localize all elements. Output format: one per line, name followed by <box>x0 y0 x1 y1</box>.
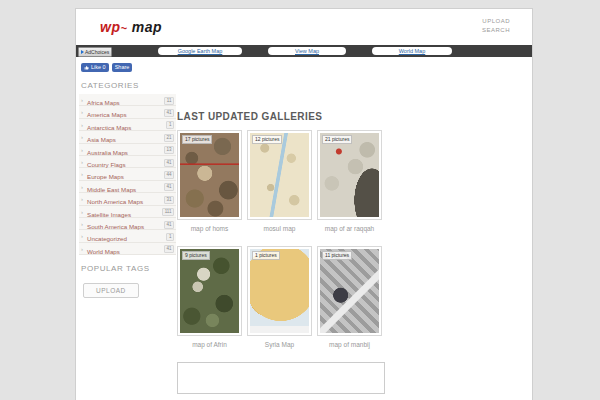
count-badge: 13 <box>164 146 174 154</box>
sidebar-item-europe-maps[interactable]: ›Europe Maps44 <box>79 168 176 180</box>
page: wp~ map UPLOAD SEARCH AdChoices Google E… <box>0 0 600 400</box>
picture-count-badge: 12 pictures <box>252 135 282 144</box>
facebook-buttons: Like 0 Share <box>81 63 176 72</box>
sidebar-item-asia-maps[interactable]: ›Asia Maps21 <box>79 131 176 143</box>
sidebar-item-world-maps[interactable]: ›World Maps41 <box>79 243 176 255</box>
picture-count-badge: 17 pictures <box>182 135 212 144</box>
gallery-cell: 12 pictures mosul map <box>247 130 312 232</box>
arrow-icon: › <box>81 119 83 131</box>
content-area: wp~ map UPLOAD SEARCH AdChoices Google E… <box>75 8 533 400</box>
popular-tags-title: POPULAR TAGS <box>81 264 176 273</box>
gallery-caption[interactable]: map of manbij <box>317 341 382 348</box>
arrow-icon: › <box>81 218 83 230</box>
logo-tilde: ~ <box>120 22 127 34</box>
gallery-caption[interactable]: Syria Map <box>247 341 312 348</box>
logo-wp: wp <box>100 19 120 35</box>
header-links: UPLOAD SEARCH <box>482 17 510 35</box>
sidebar-item-south-america-maps[interactable]: ›South America Maps41 <box>79 218 176 230</box>
arrow-icon: › <box>81 131 83 143</box>
sidebar-item-africa-maps[interactable]: ›Africa Maps11 <box>79 94 176 106</box>
gallery-thumbnail: 11 pictures <box>320 249 379 333</box>
count-badge: 41 <box>164 183 174 191</box>
thumbs-up-icon <box>84 65 89 70</box>
arrow-icon: › <box>81 243 83 255</box>
gallery-thumbnail: 21 pictures <box>320 133 379 217</box>
count-badge: 41 <box>164 159 174 167</box>
gallery-cell: 17 pictures map of homs <box>177 130 242 232</box>
count-badge: 41 <box>164 221 174 229</box>
site-header: wp~ map UPLOAD SEARCH <box>76 9 532 45</box>
count-badge: 41 <box>164 245 174 253</box>
arrow-icon: › <box>81 168 83 180</box>
arrow-icon: › <box>81 206 83 218</box>
sidebar-item-america-maps[interactable]: ›America Maps41 <box>79 106 176 118</box>
arrow-icon: › <box>81 230 83 242</box>
sidebar-item-satellite-images[interactable]: ›Satellite Images111 <box>79 206 176 218</box>
count-badge: 31 <box>164 196 174 204</box>
picture-count-badge: 21 pictures <box>322 135 352 144</box>
ad-placeholder <box>177 362 385 394</box>
arrow-icon: › <box>81 156 83 168</box>
gallery-card-afrin[interactable]: 9 pictures <box>177 246 242 336</box>
search-link[interactable]: SEARCH <box>482 26 510 35</box>
main-content: LAST UPDATED GALLERIES 17 pictures map o… <box>177 57 529 400</box>
arrow-icon: › <box>81 144 83 156</box>
facebook-share-button[interactable]: Share <box>112 63 133 72</box>
gallery-thumbnail: 1 pictures <box>250 249 309 333</box>
arrow-icon: › <box>81 193 83 205</box>
adchoices-label: AdChoices <box>85 49 109 55</box>
picture-count-badge: 9 pictures <box>182 251 210 260</box>
site-logo[interactable]: wp~ map <box>100 19 162 35</box>
gallery-cell: 21 pictures map of ar raqqah <box>317 130 382 232</box>
tab-google-earth-map[interactable]: Google Earth Map <box>158 47 242 55</box>
count-badge: 41 <box>164 109 174 117</box>
gallery-card-syria[interactable]: 1 pictures <box>247 246 312 336</box>
arrow-icon: › <box>81 106 83 118</box>
gallery-caption[interactable]: mosul map <box>247 225 312 232</box>
sidebar-item-australia-maps[interactable]: ›Australia Maps13 <box>79 144 176 156</box>
gallery-thumbnail: 12 pictures <box>250 133 309 217</box>
sidebar-item-country-flags[interactable]: ›Country Flags41 <box>79 156 176 168</box>
page-title: LAST UPDATED GALLERIES <box>177 111 529 122</box>
gallery-card-ar-raqqah[interactable]: 21 pictures <box>317 130 382 220</box>
count-badge: 111 <box>162 208 174 216</box>
count-badge: 44 <box>164 171 174 179</box>
categories-title: CATEGORIES <box>81 81 176 90</box>
adchoices-badge[interactable]: AdChoices <box>78 47 112 57</box>
gallery-caption[interactable]: map of ar raqqah <box>317 225 382 232</box>
adchoices-icon <box>81 50 84 54</box>
gallery-thumbnail: 17 pictures <box>180 133 239 217</box>
sidebar-item-antarctica-maps[interactable]: ›Antarctica Maps1 <box>79 119 176 131</box>
gallery-card-mosul[interactable]: 12 pictures <box>247 130 312 220</box>
gallery-caption[interactable]: map of homs <box>177 225 242 232</box>
tab-world-map[interactable]: World Map <box>372 47 452 55</box>
upload-link[interactable]: UPLOAD <box>482 17 510 26</box>
gallery-thumbnail: 9 pictures <box>180 249 239 333</box>
count-badge: 1 <box>166 233 174 241</box>
tab-view-map[interactable]: View Map <box>268 47 346 55</box>
picture-count-badge: 1 pictures <box>252 251 280 260</box>
main-nav: AdChoices Google Earth Map View Map Worl… <box>76 45 532 57</box>
arrow-icon: › <box>81 94 83 106</box>
upload-button[interactable]: UPLOAD <box>83 283 139 298</box>
gallery-card-manbij[interactable]: 11 pictures <box>317 246 382 336</box>
facebook-like-label: Like 0 <box>91 63 106 72</box>
gallery-caption[interactable]: map of Afrin <box>177 341 242 348</box>
sidebar: Like 0 Share CATEGORIES ›Africa Maps11 ›… <box>79 63 176 298</box>
facebook-like-button[interactable]: Like 0 <box>81 63 109 72</box>
count-badge: 11 <box>164 97 174 105</box>
facebook-share-label: Share <box>115 63 130 72</box>
sidebar-item-uncategorized[interactable]: ›Uncategorized1 <box>79 230 176 242</box>
gallery-row-1: 17 pictures map of homs 12 pictures mosu… <box>177 130 529 232</box>
categories-list: ›Africa Maps11 ›America Maps41 ›Antarcti… <box>79 94 176 255</box>
arrow-icon: › <box>81 181 83 193</box>
gallery-cell: 9 pictures map of Afrin <box>177 246 242 348</box>
gallery-card-homs[interactable]: 17 pictures <box>177 130 242 220</box>
gallery-cell: 1 pictures Syria Map <box>247 246 312 348</box>
count-badge: 21 <box>164 134 174 142</box>
nav-tabs: Google Earth Map View Map World Map <box>158 47 452 55</box>
gallery-cell: 11 pictures map of manbij <box>317 246 382 348</box>
sidebar-item-middle-east-maps[interactable]: ›Middle East Maps41 <box>79 181 176 193</box>
count-badge: 1 <box>166 121 174 129</box>
sidebar-item-north-america-maps[interactable]: ›North America Maps31 <box>79 193 176 205</box>
